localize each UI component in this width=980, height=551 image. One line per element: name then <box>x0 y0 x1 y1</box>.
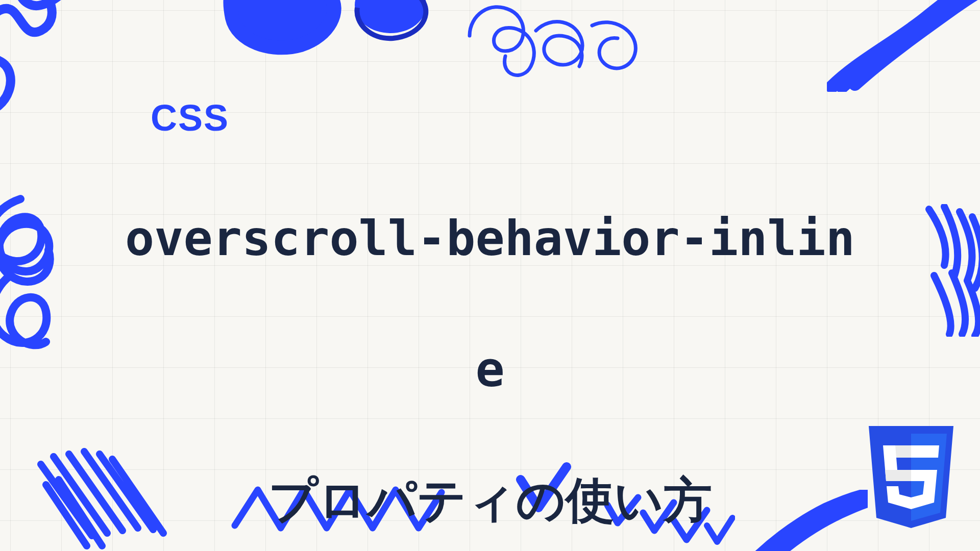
css3-badge-icon <box>863 426 960 536</box>
page-title: overscroll-behavior-inlin e プロパティの使い方 <box>0 140 980 533</box>
css-category-label: CSS <box>151 97 229 139</box>
title-line-3: プロパティの使い方 <box>268 472 712 528</box>
title-line-1: overscroll-behavior-inlin <box>125 210 855 266</box>
main-content: CSS overscroll-behavior-inlin e プロパティの使い… <box>0 97 980 551</box>
title-line-2: e <box>475 341 504 397</box>
